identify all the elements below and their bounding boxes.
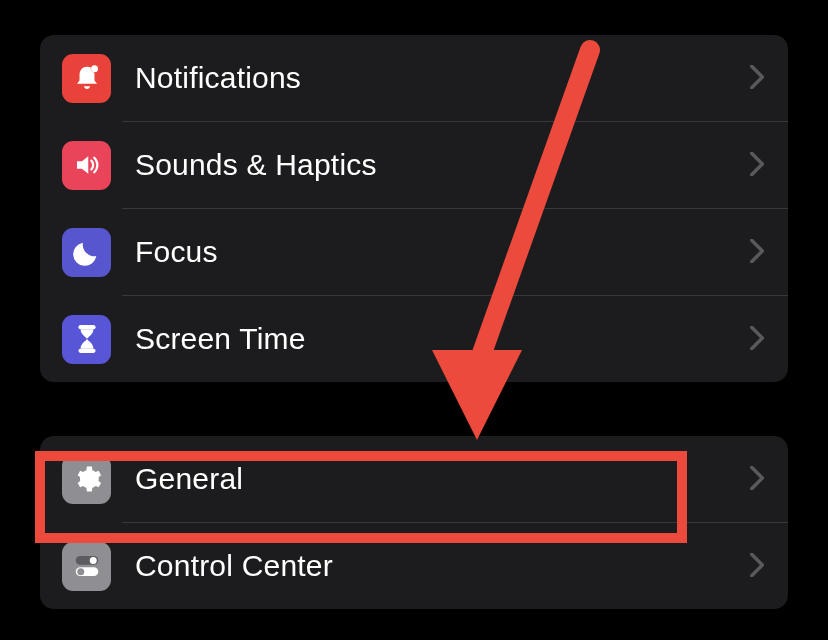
row-label: Control Center (135, 549, 750, 583)
svg-point-6 (77, 568, 84, 575)
svg-point-0 (91, 65, 98, 72)
hourglass-icon (62, 315, 111, 364)
row-label: General (135, 462, 750, 496)
svg-point-4 (89, 557, 96, 564)
row-label: Sounds & Haptics (135, 148, 750, 182)
speaker-icon (62, 141, 111, 190)
svg-rect-1 (78, 325, 95, 329)
row-control-center[interactable]: Control Center (40, 523, 788, 609)
gear-icon (62, 455, 111, 504)
row-general[interactable]: General (40, 436, 788, 522)
row-label: Screen Time (135, 322, 750, 356)
chevron-right-icon (750, 550, 764, 582)
row-screen-time[interactable]: Screen Time (40, 296, 788, 382)
chevron-right-icon (750, 62, 764, 94)
settings-group-2: General Control Center (40, 436, 788, 609)
row-focus[interactable]: Focus (40, 209, 788, 295)
chevron-right-icon (750, 323, 764, 355)
svg-rect-2 (78, 349, 95, 353)
row-label: Focus (135, 235, 750, 269)
chevron-right-icon (750, 149, 764, 181)
row-notifications[interactable]: Notifications (40, 35, 788, 121)
switches-icon (62, 542, 111, 591)
bell-icon (62, 54, 111, 103)
row-label: Notifications (135, 61, 750, 95)
chevron-right-icon (750, 236, 764, 268)
settings-group-1: Notifications Sounds & Haptics Focus (40, 35, 788, 382)
moon-icon (62, 228, 111, 277)
row-sounds-haptics[interactable]: Sounds & Haptics (40, 122, 788, 208)
chevron-right-icon (750, 463, 764, 495)
